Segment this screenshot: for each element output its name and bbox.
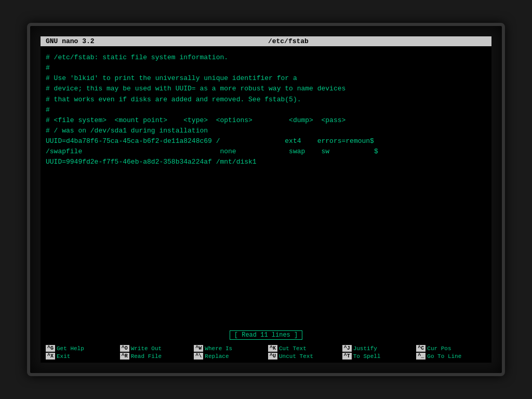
shortcut-key: ^U [268, 353, 277, 360]
shortcut-label: To Spell [353, 353, 381, 360]
shortcut-row: ^CCur Pos [416, 345, 461, 352]
shortcut-label: Replace [205, 353, 229, 360]
shortcuts-bar: ^GGet Help^XExit^OWrite Out^RRead File^W… [41, 342, 491, 363]
shortcut-label: Justify [353, 345, 377, 352]
shortcut-label: Write Out [131, 345, 162, 352]
editor-content[interactable]: # /etc/fstab: static file system informa… [41, 50, 491, 330]
shortcut-row: ^\Replace [194, 353, 232, 360]
editor-line: # <file system> <mount point> <type> <op… [46, 115, 486, 126]
file-path: /etc/fstab [268, 37, 309, 45]
shortcut-key: ^X [46, 353, 55, 360]
shortcut-key: ^O [120, 345, 129, 352]
shortcut-row: ^XExit [46, 353, 84, 360]
title-right [482, 37, 486, 45]
shortcut-label: Where Is [205, 345, 232, 352]
shortcut-group: ^GGet Help^XExit [44, 344, 118, 361]
shortcut-label: Go To Line [427, 353, 461, 360]
shortcut-row: ^_Go To Line [416, 353, 461, 360]
shortcut-row: ^UUncut Text [268, 353, 313, 360]
editor-line: UUID=d4ba78f6-75ca-45ca-b6f2-de11a8248c6… [46, 136, 486, 147]
shortcut-row: ^WWhere Is [194, 345, 232, 352]
shortcut-group: ^CCur Pos^_Go To Line [414, 344, 488, 361]
editor-line: # device; this may be used with UUID= as… [46, 84, 486, 94]
shortcut-group: ^JJustify^TTo Spell [340, 344, 415, 361]
shortcut-key: ^R [120, 353, 129, 360]
shortcut-key: ^T [342, 353, 352, 360]
shortcut-row: ^RRead File [120, 353, 162, 360]
shortcut-row: ^JJustify [342, 345, 381, 352]
shortcut-row: ^TTo Spell [342, 353, 381, 360]
shortcut-row: ^GGet Help [46, 345, 84, 352]
shortcut-group: ^WWhere Is^\Replace [192, 344, 266, 361]
editor-line: # /etc/fstab: static file system informa… [46, 52, 486, 63]
editor-line: # that works even if disks are added and… [46, 95, 486, 105]
shortcut-key: ^_ [416, 353, 425, 360]
nano-title-bar: GNU nano 3.2 /etc/fstab [41, 36, 491, 46]
shortcut-key: ^W [194, 345, 203, 352]
shortcut-label: Cur Pos [427, 345, 451, 352]
shortcut-group: ^OWrite Out^RRead File [118, 344, 192, 361]
monitor-frame: GNU nano 3.2 /etc/fstab # /etc/fstab: st… [27, 23, 505, 376]
shortcut-row: ^KCut Text [268, 345, 313, 352]
shortcut-row: ^OWrite Out [120, 345, 162, 352]
shortcut-key: ^C [416, 345, 425, 352]
shortcut-key: ^G [46, 345, 55, 352]
editor-line: # / was on /dev/sda1 during installation [46, 126, 486, 136]
shortcut-label: Uncut Text [279, 353, 313, 360]
editor-line: # Use 'blkid' to print the universally u… [46, 73, 486, 84]
editor-line: /swapfile none swap sw $ [46, 147, 486, 157]
status-bar: [ Read 11 lines ] [41, 330, 491, 340]
editor-line: UUID=9949fd2e-f7f5-46eb-a8d2-358b34a224a… [46, 157, 486, 167]
shortcut-label: Cut Text [279, 345, 307, 352]
editor-line: # [46, 105, 486, 115]
nano-version: GNU nano 3.2 [46, 37, 95, 45]
status-message: [ Read 11 lines ] [230, 330, 302, 340]
shortcut-label: Read File [131, 353, 162, 360]
shortcut-key: ^J [342, 345, 352, 352]
terminal-screen: GNU nano 3.2 /etc/fstab # /etc/fstab: st… [41, 36, 491, 363]
shortcut-key: ^K [268, 345, 277, 352]
shortcut-label: Get Help [57, 345, 84, 352]
editor-line: # [46, 63, 486, 73]
shortcut-key: ^\ [194, 353, 203, 360]
shortcut-group: ^KCut Text^UUncut Text [266, 344, 340, 361]
shortcut-label: Exit [57, 353, 70, 360]
